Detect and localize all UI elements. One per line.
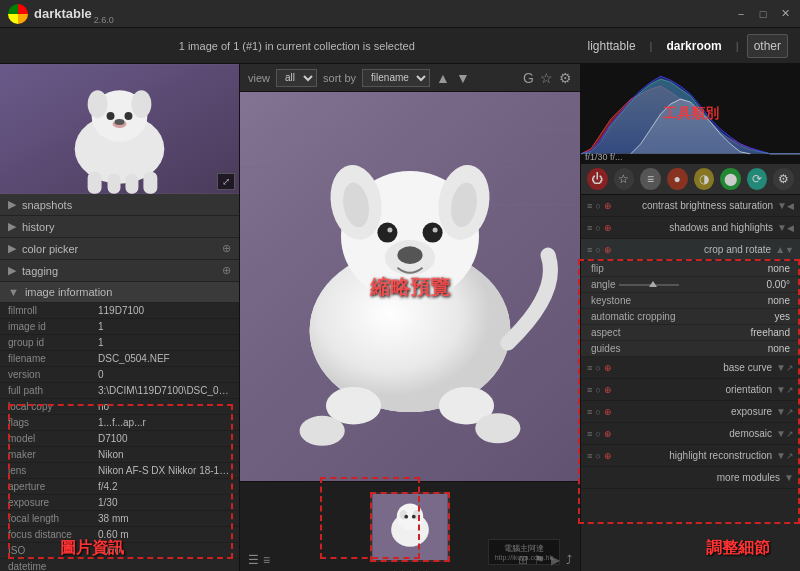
- hr-expand[interactable]: ▼: [776, 450, 786, 461]
- status-text: 1 image of 1 (#1) in current collection …: [12, 40, 582, 52]
- crop-guides: guidesnone: [581, 341, 800, 357]
- cbs-power[interactable]: ○: [595, 201, 600, 211]
- app-name: darktable: [34, 6, 92, 21]
- svg-point-9: [115, 119, 125, 125]
- filmstrip-thumbnail[interactable]: ☆ ☆ ☆ ☆ ☆: [370, 492, 450, 562]
- ex-power[interactable]: ○: [595, 407, 600, 417]
- nav-links: lighttable | darkroom | other: [582, 34, 788, 58]
- info-groupid: group id 1: [0, 335, 239, 351]
- sh-label: shadows and highlights: [612, 222, 777, 233]
- svg-point-6: [107, 112, 115, 120]
- or-toggle[interactable]: ≡: [587, 385, 592, 395]
- history-section[interactable]: ▶ history: [0, 216, 239, 238]
- svg-point-31: [397, 246, 422, 264]
- grid-btn[interactable]: G: [523, 70, 534, 86]
- color-icon[interactable]: ◑: [694, 168, 715, 190]
- sort-asc-btn[interactable]: ▲: [436, 70, 450, 86]
- list-view-icon[interactable]: ☰: [248, 553, 259, 567]
- module-shadows: ≡ ○ ⊕ shadows and highlights ▼ ◀: [581, 217, 800, 239]
- or-label: orientation: [612, 384, 776, 395]
- bc-toggle[interactable]: ≡: [587, 363, 592, 373]
- info-localcopy: local copy no: [0, 399, 239, 415]
- or-power[interactable]: ○: [595, 385, 600, 395]
- dm-power[interactable]: ○: [595, 429, 600, 439]
- nav-darkroom[interactable]: darkroom: [660, 35, 727, 57]
- module-highlight: ≡ ○ ⊕ highlight reconstruction ▼ ↗: [581, 445, 800, 467]
- ex-toggle[interactable]: ≡: [587, 407, 592, 417]
- cr-toggle[interactable]: ≡: [587, 245, 592, 255]
- star-module-icon[interactable]: ☆: [614, 168, 635, 190]
- app-logo: [8, 4, 28, 24]
- effects-icon[interactable]: ⟳: [747, 168, 768, 190]
- sh-power[interactable]: ○: [595, 223, 600, 233]
- svg-point-7: [124, 112, 132, 120]
- watermark: 電腦主阿達 http://ikuva.com.hk: [488, 539, 560, 565]
- power-icon[interactable]: ⏻: [587, 168, 608, 190]
- svg-point-41: [404, 514, 408, 518]
- correct-icon[interactable]: ⬤: [720, 168, 741, 190]
- dm-extra: ↗: [786, 429, 794, 439]
- sort-desc-btn[interactable]: ▼: [456, 70, 470, 86]
- more-expand[interactable]: ▼: [784, 472, 794, 483]
- dm-warn: ⊕: [604, 429, 612, 439]
- ex-warn: ⊕: [604, 407, 612, 417]
- info-version: version 0: [0, 367, 239, 383]
- dm-toggle[interactable]: ≡: [587, 429, 592, 439]
- cbs-toggle[interactable]: ≡: [587, 201, 592, 211]
- color-picker-section[interactable]: ▶ color picker ⊕: [0, 238, 239, 260]
- dm-label: demosaic: [612, 428, 776, 439]
- gear-module-icon[interactable]: ⚙: [773, 168, 794, 190]
- bc-expand[interactable]: ▼: [776, 362, 786, 373]
- dm-expand[interactable]: ▼: [776, 428, 786, 439]
- module-list: ≡ ○ ⊕ contrast brightness saturation ▼ ◀…: [581, 195, 800, 571]
- cr-collapse[interactable]: ▲: [775, 244, 785, 255]
- tagging-section[interactable]: ▶ tagging ⊕: [0, 260, 239, 282]
- svg-point-4: [88, 90, 108, 118]
- metadata-icon[interactable]: ≡: [263, 553, 270, 567]
- tagging-icon: ⊕: [222, 264, 231, 277]
- svg-point-34: [300, 416, 345, 446]
- hr-toggle[interactable]: ≡: [587, 451, 592, 461]
- sort-select[interactable]: filename: [362, 69, 430, 87]
- settings-btn[interactable]: ⚙: [559, 70, 572, 86]
- svg-point-5: [131, 90, 151, 118]
- maximize-button[interactable]: □: [756, 7, 770, 21]
- cbs-label: contrast brightness saturation: [612, 200, 777, 211]
- module-orientation: ≡ ○ ⊕ orientation ▼ ↗: [581, 379, 800, 401]
- all-modules-icon[interactable]: ≡: [640, 168, 661, 190]
- info-focallength: focal length 38 mm: [0, 511, 239, 527]
- close-button[interactable]: ✕: [778, 7, 792, 21]
- sh-toggle[interactable]: ≡: [587, 223, 592, 233]
- cbs-expand[interactable]: ▼: [777, 200, 787, 211]
- ex-expand[interactable]: ▼: [776, 406, 786, 417]
- center-area: view all sort by filename ▲ ▼ G ☆ ⚙: [240, 64, 580, 571]
- module-crop: ≡ ○ ⊕ crop and rotate ▲ ▼: [581, 239, 800, 261]
- nav-lighttable[interactable]: lighttable: [582, 35, 642, 57]
- sort-label: sort by: [323, 72, 356, 84]
- or-expand[interactable]: ▼: [776, 384, 786, 395]
- bc-power[interactable]: ○: [595, 363, 600, 373]
- tone-icon[interactable]: ●: [667, 168, 688, 190]
- info-flags: flags 1...f...ap...r: [0, 415, 239, 431]
- svg-rect-10: [88, 172, 102, 194]
- view-select[interactable]: all: [276, 69, 317, 87]
- svg-point-27: [423, 223, 443, 243]
- sh-expand[interactable]: ▼: [777, 222, 787, 233]
- cr-label: crop and rotate: [612, 244, 775, 255]
- nav-other-dropdown[interactable]: other: [747, 34, 788, 58]
- expand-button[interactable]: ⤢: [217, 173, 235, 190]
- module-icons-bar: ⏻ ☆ ≡ ● ◑ ⬤ ⟳ ⚙: [581, 164, 800, 195]
- module-more[interactable]: more modules ▼: [581, 467, 800, 489]
- snapshots-section[interactable]: ▶ snapshots: [0, 194, 239, 216]
- ex-label: exposure: [612, 406, 776, 417]
- cbs-extra: ◀: [787, 201, 794, 211]
- cr-power[interactable]: ○: [595, 245, 600, 255]
- image-info-section[interactable]: ▼ image information: [0, 282, 239, 303]
- histogram-area: f/1/30 f/... 工具類別: [581, 64, 800, 164]
- minimize-button[interactable]: −: [734, 7, 748, 21]
- hr-power[interactable]: ○: [595, 451, 600, 461]
- star-btn[interactable]: ☆: [540, 70, 553, 86]
- module-cbs: ≡ ○ ⊕ contrast brightness saturation ▼ ◀: [581, 195, 800, 217]
- jump-icon[interactable]: ⤴: [566, 553, 572, 567]
- info-exposure: exposure 1/30: [0, 495, 239, 511]
